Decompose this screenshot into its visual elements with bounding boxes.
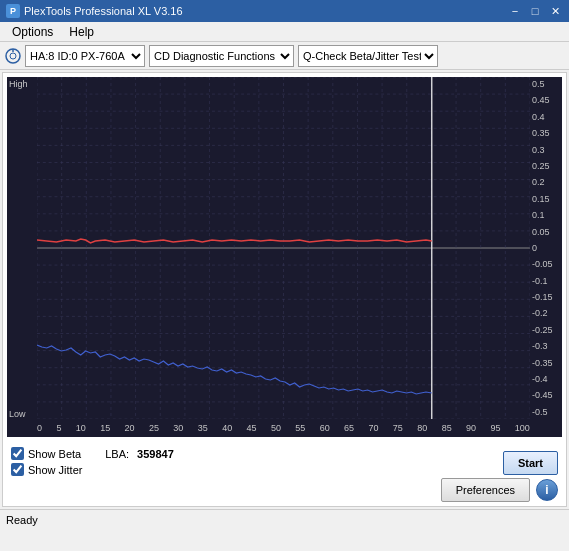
- svg-point-1: [10, 53, 16, 59]
- minimize-button[interactable]: −: [507, 4, 523, 18]
- preferences-button[interactable]: Preferences: [441, 478, 530, 502]
- drive-icon: [4, 47, 22, 65]
- app-icon: P: [6, 4, 20, 18]
- low-label: Low: [9, 409, 26, 419]
- lba-label: LBA:: [105, 448, 129, 460]
- drive-selector: HA:8 ID:0 PX-760A: [4, 45, 145, 67]
- start-button[interactable]: Start: [503, 451, 558, 475]
- status-bar: Ready: [0, 509, 569, 529]
- drive-select[interactable]: HA:8 ID:0 PX-760A: [25, 45, 145, 67]
- menu-bar: Options Help: [0, 22, 569, 42]
- show-jitter-label: Show Jitter: [28, 464, 82, 476]
- show-beta-label: Show Beta: [28, 448, 81, 460]
- show-beta-row: Show Beta LBA: 359847: [11, 447, 174, 460]
- test-select[interactable]: Q-Check Beta/Jitter Test: [298, 45, 438, 67]
- maximize-button[interactable]: □: [527, 4, 543, 18]
- close-button[interactable]: ✕: [547, 4, 563, 18]
- title-bar: P PlexTools Professional XL V3.16 − □ ✕: [0, 0, 569, 22]
- show-beta-checkbox[interactable]: [11, 447, 24, 460]
- chart-area: High Low 0.5 0.45 0.4 0.35 0.3 0.25 0.2 …: [7, 77, 562, 437]
- info-button[interactable]: i: [536, 479, 558, 501]
- x-axis-labels: 0 5 10 15 20 25 30 35 40 45 50 55 60 65 …: [37, 419, 530, 437]
- chart-inner: [37, 77, 530, 419]
- status-text: Ready: [6, 514, 38, 526]
- toolbar: HA:8 ID:0 PX-760A CD Diagnostic Function…: [0, 42, 569, 70]
- menu-help[interactable]: Help: [61, 23, 102, 41]
- window-title: PlexTools Professional XL V3.16: [24, 5, 183, 17]
- lba-value: 359847: [137, 448, 174, 460]
- title-controls: − □ ✕: [507, 4, 563, 18]
- show-jitter-checkbox[interactable]: [11, 463, 24, 476]
- y-axis-right: 0.5 0.45 0.4 0.35 0.3 0.25 0.2 0.15 0.1 …: [530, 77, 562, 419]
- show-jitter-row: Show Jitter: [11, 463, 174, 476]
- menu-options[interactable]: Options: [4, 23, 61, 41]
- high-label: High: [9, 79, 28, 89]
- function-select[interactable]: CD Diagnostic Functions: [149, 45, 294, 67]
- action-row: Preferences i: [3, 478, 566, 506]
- main-content: High Low 0.5 0.45 0.4 0.35 0.3 0.25 0.2 …: [2, 72, 567, 507]
